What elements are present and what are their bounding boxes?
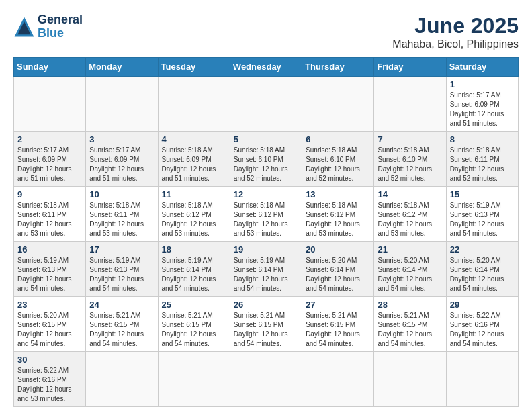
day-number: 28 [378,300,442,310]
day-info: Sunrise: 5:18 AM Sunset: 6:12 PM Dayligh… [234,201,298,238]
table-row: 30Sunrise: 5:22 AM Sunset: 6:16 PM Dayli… [14,352,86,407]
table-row: 20Sunrise: 5:20 AM Sunset: 6:14 PM Dayli… [302,242,374,297]
table-row: 3Sunrise: 5:17 AM Sunset: 6:09 PM Daylig… [86,132,158,187]
table-row: 27Sunrise: 5:21 AM Sunset: 6:15 PM Dayli… [302,297,374,352]
page-header: General Blue June 2025 Mahaba, Bicol, Ph… [13,13,519,50]
day-number: 29 [450,300,515,310]
day-number: 14 [378,189,442,199]
header-friday: Friday [374,58,446,77]
table-row [86,77,158,132]
logo-text: General Blue [38,13,83,40]
logo-icon [13,16,35,38]
day-info: Sunrise: 5:17 AM Sunset: 6:09 PM Dayligh… [17,146,82,183]
day-info: Sunrise: 5:22 AM Sunset: 6:16 PM Dayligh… [450,311,515,349]
day-number: 12 [234,189,298,199]
logo: General Blue [13,13,83,40]
day-info: Sunrise: 5:21 AM Sunset: 6:15 PM Dayligh… [162,311,226,349]
day-number: 30 [17,355,82,365]
table-row: 8Sunrise: 5:18 AM Sunset: 6:11 PM Daylig… [446,132,518,187]
header-monday: Monday [86,58,158,77]
table-row [158,77,230,132]
table-row: 28Sunrise: 5:21 AM Sunset: 6:15 PM Dayli… [374,297,446,352]
day-info: Sunrise: 5:18 AM Sunset: 6:12 PM Dayligh… [306,201,370,238]
day-number: 24 [89,300,154,310]
calendar-table: Sunday Monday Tuesday Wednesday Thursday… [13,57,519,407]
table-row: 14Sunrise: 5:18 AM Sunset: 6:12 PM Dayli… [374,187,446,242]
table-row: 1Sunrise: 5:17 AM Sunset: 6:09 PM Daylig… [446,77,518,132]
header-saturday: Saturday [446,58,518,77]
day-number: 7 [378,134,442,144]
calendar-week-row: 2Sunrise: 5:17 AM Sunset: 6:09 PM Daylig… [14,132,519,187]
day-number: 11 [162,189,226,199]
day-number: 13 [306,189,370,199]
table-row: 21Sunrise: 5:20 AM Sunset: 6:14 PM Dayli… [374,242,446,297]
header-wednesday: Wednesday [230,58,302,77]
day-info: Sunrise: 5:19 AM Sunset: 6:14 PM Dayligh… [162,256,226,293]
table-row [302,77,374,132]
day-info: Sunrise: 5:18 AM Sunset: 6:11 PM Dayligh… [17,201,82,238]
day-number: 1 [450,79,515,89]
calendar-week-row: 1Sunrise: 5:17 AM Sunset: 6:09 PM Daylig… [14,77,519,132]
day-number: 23 [17,300,82,310]
calendar-week-row: 16Sunrise: 5:19 AM Sunset: 6:13 PM Dayli… [14,242,519,297]
table-row: 11Sunrise: 5:18 AM Sunset: 6:12 PM Dayli… [158,187,230,242]
table-row: 9Sunrise: 5:18 AM Sunset: 6:11 PM Daylig… [14,187,86,242]
header-sunday: Sunday [14,58,86,77]
calendar-week-row: 30Sunrise: 5:22 AM Sunset: 6:16 PM Dayli… [14,352,519,407]
day-info: Sunrise: 5:18 AM Sunset: 6:12 PM Dayligh… [378,201,442,238]
calendar-week-row: 23Sunrise: 5:20 AM Sunset: 6:15 PM Dayli… [14,297,519,352]
day-number: 3 [89,134,154,144]
table-row: 5Sunrise: 5:18 AM Sunset: 6:10 PM Daylig… [230,132,302,187]
day-number: 6 [306,134,370,144]
calendar-subtitle: Mahaba, Bicol, Philippines [392,38,519,50]
day-number: 17 [89,244,154,255]
header-tuesday: Tuesday [158,58,230,77]
table-row: 15Sunrise: 5:19 AM Sunset: 6:13 PM Dayli… [446,187,518,242]
table-row [230,77,302,132]
day-info: Sunrise: 5:21 AM Sunset: 6:15 PM Dayligh… [306,311,370,349]
day-info: Sunrise: 5:18 AM Sunset: 6:10 PM Dayligh… [234,146,298,183]
table-row: 4Sunrise: 5:18 AM Sunset: 6:09 PM Daylig… [158,132,230,187]
day-info: Sunrise: 5:20 AM Sunset: 6:14 PM Dayligh… [450,256,515,293]
day-info: Sunrise: 5:20 AM Sunset: 6:14 PM Dayligh… [378,256,442,293]
day-info: Sunrise: 5:17 AM Sunset: 6:09 PM Dayligh… [450,91,515,128]
day-info: Sunrise: 5:22 AM Sunset: 6:16 PM Dayligh… [17,366,82,404]
day-info: Sunrise: 5:20 AM Sunset: 6:15 PM Dayligh… [17,311,82,349]
table-row: 12Sunrise: 5:18 AM Sunset: 6:12 PM Dayli… [230,187,302,242]
day-number: 9 [17,189,82,199]
table-row [374,77,446,132]
day-info: Sunrise: 5:18 AM Sunset: 6:09 PM Dayligh… [162,146,226,183]
table-row: 19Sunrise: 5:19 AM Sunset: 6:14 PM Dayli… [230,242,302,297]
day-info: Sunrise: 5:18 AM Sunset: 6:10 PM Dayligh… [378,146,442,183]
table-row: 29Sunrise: 5:22 AM Sunset: 6:16 PM Dayli… [446,297,518,352]
table-row [230,352,302,407]
table-row: 24Sunrise: 5:21 AM Sunset: 6:15 PM Dayli… [86,297,158,352]
table-row: 18Sunrise: 5:19 AM Sunset: 6:14 PM Dayli… [158,242,230,297]
day-number: 8 [450,134,515,144]
day-number: 18 [162,244,226,255]
day-number: 19 [234,244,298,255]
day-number: 26 [234,300,298,310]
table-row [374,352,446,407]
day-number: 4 [162,134,226,144]
table-row: 6Sunrise: 5:18 AM Sunset: 6:10 PM Daylig… [302,132,374,187]
day-info: Sunrise: 5:18 AM Sunset: 6:12 PM Dayligh… [162,201,226,238]
day-number: 10 [89,189,154,199]
day-number: 2 [17,134,82,144]
table-row: 13Sunrise: 5:18 AM Sunset: 6:12 PM Dayli… [302,187,374,242]
table-row: 23Sunrise: 5:20 AM Sunset: 6:15 PM Dayli… [14,297,86,352]
day-info: Sunrise: 5:18 AM Sunset: 6:11 PM Dayligh… [450,146,515,183]
day-info: Sunrise: 5:21 AM Sunset: 6:15 PM Dayligh… [234,311,298,349]
day-info: Sunrise: 5:20 AM Sunset: 6:14 PM Dayligh… [306,256,370,293]
table-row: 10Sunrise: 5:18 AM Sunset: 6:11 PM Dayli… [86,187,158,242]
day-number: 27 [306,300,370,310]
calendar-header-row: Sunday Monday Tuesday Wednesday Thursday… [14,58,519,77]
table-row: 16Sunrise: 5:19 AM Sunset: 6:13 PM Dayli… [14,242,86,297]
table-row: 7Sunrise: 5:18 AM Sunset: 6:10 PM Daylig… [374,132,446,187]
table-row [302,352,374,407]
table-row: 22Sunrise: 5:20 AM Sunset: 6:14 PM Dayli… [446,242,518,297]
table-row [446,352,518,407]
day-info: Sunrise: 5:19 AM Sunset: 6:13 PM Dayligh… [89,256,154,293]
day-number: 5 [234,134,298,144]
day-info: Sunrise: 5:21 AM Sunset: 6:15 PM Dayligh… [89,311,154,349]
